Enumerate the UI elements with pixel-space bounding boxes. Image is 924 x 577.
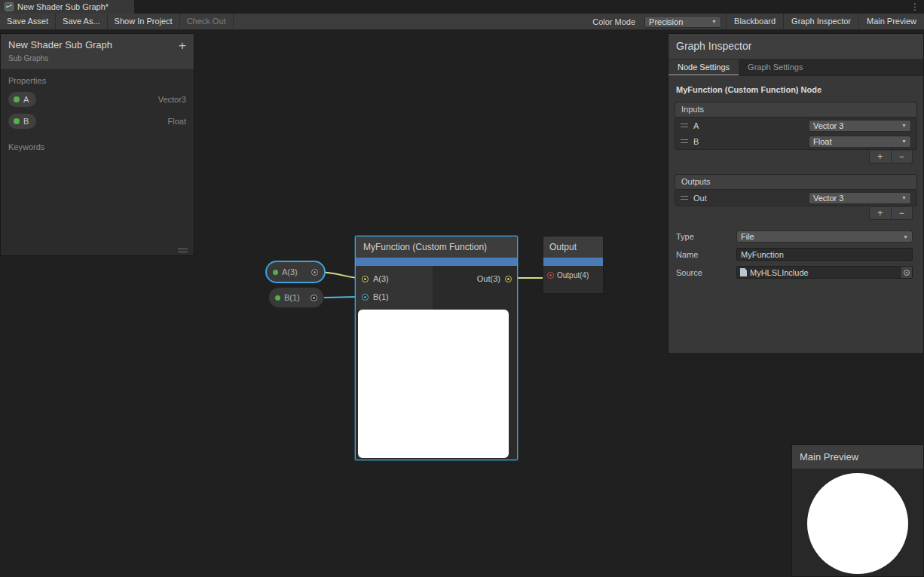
source-value: MyHLSLInclude [750, 268, 809, 277]
input-name: B [693, 137, 699, 146]
shader-graph-window: New Shader Sub Graph* ⋮ Save Asset Save … [0, 0, 924, 577]
add-property-button[interactable]: + [179, 40, 186, 52]
node-title-bar[interactable]: Output [543, 237, 603, 258]
check-out-button: Check Out [180, 14, 234, 29]
port-label: A(3) [373, 274, 389, 283]
input-a-type-dropdown[interactable]: Vector 3 ▼ [809, 120, 911, 132]
object-picker-icon [904, 270, 910, 276]
main-preview-toggle-button[interactable]: Main Preview [858, 14, 924, 29]
tab-strip: New Shader Sub Graph* ⋮ [0, 0, 924, 14]
node-output[interactable]: Output Output(4) [543, 236, 604, 294]
chevron-down-icon: ▼ [901, 139, 907, 144]
input-a-type-value: Vector 3 [813, 121, 843, 130]
window-menu-icon[interactable]: ⋮ [910, 1, 919, 13]
main-preview-header[interactable]: Main Preview [792, 445, 923, 469]
port-row-a: A(3) [356, 270, 433, 288]
input-port-output[interactable] [547, 272, 554, 279]
port-row-b: B(1) [356, 288, 433, 306]
node-myfunction[interactable]: MyFunction (Custom Function) A(3) B(1) O… [355, 236, 518, 460]
port-label: Out(3) [477, 274, 500, 283]
port-label: B(1) [373, 292, 389, 301]
output-name: Out [693, 194, 707, 203]
toolbar: Save Asset Save As... Show In Project Ch… [0, 14, 924, 30]
node-title-bar[interactable]: MyFunction (Custom Function) [356, 237, 517, 258]
property-pill-b[interactable]: B [8, 114, 36, 129]
node-accent-bar [543, 258, 603, 266]
port-row-out: Out(3) [477, 270, 512, 288]
outputs-header: Outputs [675, 175, 916, 190]
graph-inspector-toggle-button[interactable]: Graph Inspector [783, 14, 858, 29]
save-asset-button[interactable]: Save Asset [0, 14, 56, 29]
color-mode-value: Precision [649, 17, 683, 26]
output-port-out[interactable] [505, 276, 512, 282]
type-field-row: Type File ▼ [676, 230, 913, 243]
show-in-project-button[interactable]: Show In Project [108, 14, 180, 29]
source-field-row: Source MyHLSLInclude [676, 266, 913, 279]
node-title: MyFunction (Custom Function) [363, 242, 487, 252]
file-icon [740, 268, 747, 276]
property-pill-a[interactable]: A [8, 92, 36, 107]
properties-section-label: Properties [1, 70, 194, 88]
blackboard-resize-grip[interactable] [178, 249, 188, 252]
main-preview-title: Main Preview [800, 451, 858, 463]
port-row-output: Output(4) [543, 266, 603, 284]
input-ports: A(3) B(1) [356, 266, 433, 310]
input-port-b[interactable] [362, 294, 369, 301]
main-preview-panel: Main Preview [791, 444, 924, 577]
drag-handle-icon[interactable] [681, 196, 688, 200]
type-label: Type [676, 232, 736, 241]
source-object-field[interactable]: MyHLSLInclude [736, 266, 913, 279]
property-node-b[interactable]: B(1) [268, 287, 324, 308]
type-value: File [741, 232, 754, 241]
property-b-output-port[interactable] [311, 295, 317, 301]
inputs-remove-button[interactable]: − [892, 151, 913, 163]
property-type-label: Vector3 [158, 95, 186, 104]
output-out-type-dropdown[interactable]: Vector 3 ▼ [809, 192, 911, 204]
tab-title: New Shader Sub Graph* [17, 2, 109, 11]
property-node-label: A(3) [282, 267, 298, 276]
graph-inspector-title: Graph Inspector [676, 40, 751, 52]
chevron-down-icon: ▼ [711, 19, 717, 24]
node-settings-heading: MyFunction (Custom Function) Node [676, 85, 916, 94]
property-name: A [23, 95, 29, 104]
property-type-label: Float [168, 117, 186, 126]
input-row-a: A Vector 3 ▼ [675, 118, 916, 133]
drag-handle-icon[interactable] [681, 124, 688, 127]
input-row-b: B Float ▼ [675, 133, 916, 149]
preview-sphere[interactable] [807, 473, 908, 574]
blackboard-header[interactable]: New Shader Sub Graph Sub Graphs + [1, 34, 194, 70]
name-input[interactable] [736, 248, 913, 261]
property-name: B [23, 117, 29, 126]
output-ports: Out(3) [433, 266, 517, 310]
node-accent-bar [356, 258, 517, 266]
drag-handle-icon[interactable] [681, 139, 688, 143]
tab-node-settings[interactable]: Node Settings [669, 60, 739, 75]
outputs-add-button[interactable]: + [870, 207, 892, 219]
chevron-down-icon: ▼ [901, 123, 907, 128]
property-node-a[interactable]: A(3) [265, 261, 326, 283]
property-row-a: A Vector3 [1, 88, 194, 110]
graph-inspector-panel: Graph Inspector Node Settings Graph Sett… [668, 33, 924, 354]
outputs-remove-button[interactable]: − [892, 207, 913, 219]
node-title: Output [549, 242, 577, 252]
port-label: Output(4) [557, 271, 589, 279]
color-mode-dropdown[interactable]: Precision ▼ [644, 16, 721, 28]
node-port-area: A(3) B(1) Out(3) [356, 266, 517, 310]
input-name: A [693, 121, 699, 130]
property-a-output-port[interactable] [311, 269, 318, 276]
graph-inspector-header[interactable]: Graph Inspector [669, 34, 923, 60]
toolbar-right-group: Color Mode Precision ▼ Blackboard Graph … [588, 14, 924, 29]
property-type-dot [14, 96, 20, 102]
property-type-dot [275, 295, 280, 301]
input-port-a[interactable] [362, 276, 369, 282]
tab-graph-settings[interactable]: Graph Settings [739, 60, 812, 75]
output-out-type-value: Vector 3 [813, 194, 843, 203]
blackboard-toggle-button[interactable]: Blackboard [726, 14, 783, 29]
inputs-add-button[interactable]: + [870, 151, 892, 163]
type-dropdown[interactable]: File ▼ [736, 230, 913, 243]
blackboard-subtitle: Sub Graphs [8, 54, 186, 63]
object-picker-button[interactable] [900, 267, 912, 278]
input-b-type-dropdown[interactable]: Float ▼ [809, 136, 911, 148]
save-as-button[interactable]: Save As... [56, 14, 108, 29]
tab-new-shader-sub-graph[interactable]: New Shader Sub Graph* [0, 0, 134, 14]
